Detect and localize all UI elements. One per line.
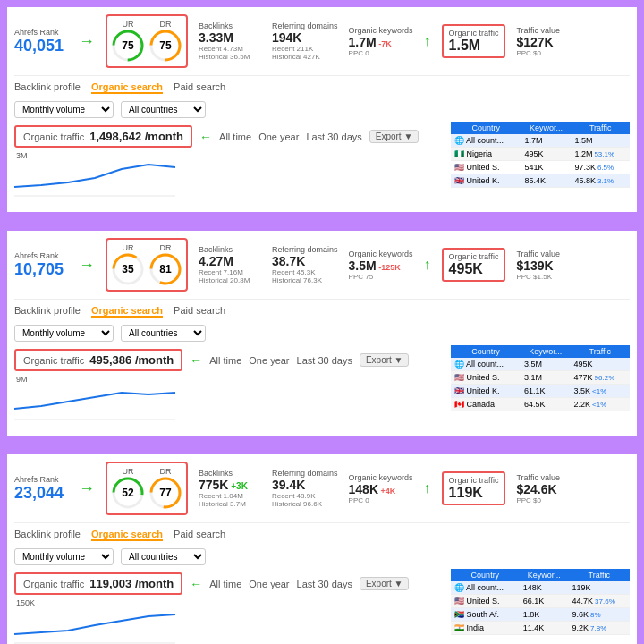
dr-gauge: 81 [148, 252, 182, 286]
tab-1[interactable]: Organic search [91, 305, 163, 318]
time-one-year[interactable]: One year [258, 131, 299, 142]
tab-0[interactable]: Backlink profile [14, 305, 80, 318]
monthly-volume-select[interactable]: Monthly volume [14, 325, 114, 342]
filter-row: Monthly volume All countries [14, 97, 630, 122]
chart-y-label: 9M [16, 375, 28, 384]
ur-dr-box: UR 75 DR 75 [106, 14, 188, 68]
bottom-section: Organic traffic 1,498,642 /month ← All t… [14, 122, 630, 205]
tab-0[interactable]: Backlink profile [14, 81, 80, 94]
traffic-cell: 97.3K6.5% [571, 161, 630, 174]
country-cell: 🌐 All count... [451, 358, 521, 371]
rd-label: Referring domains [272, 245, 338, 254]
mini-chart: 9M [14, 375, 444, 428]
export-button[interactable]: Export ▼ [360, 353, 410, 367]
ahrefs-rank-label: Ahrefs Rank [14, 475, 68, 484]
countries-select[interactable]: All countries [121, 101, 206, 118]
monthly-volume-select[interactable]: Monthly volume [14, 548, 114, 565]
rd-historical: Historical 427K [272, 53, 338, 61]
time-last-30[interactable]: Last 30 days [306, 131, 361, 142]
dr-value: 81 [159, 263, 171, 275]
export-button[interactable]: Export ▼ [369, 130, 419, 143]
backlinks-label: Backlinks [199, 245, 261, 254]
traffic-value-block: Traffic value $139K PPC $1.5K [516, 250, 560, 281]
rd-recent: Recent 45.3K [272, 268, 338, 276]
table-row: 🌐 All count...1.7M1.5M [451, 134, 630, 148]
time-one-year[interactable]: One year [249, 579, 289, 589]
arrow-left-green-icon: ← [199, 130, 212, 144]
country-cell: 🇬🇧 United K. [451, 174, 521, 188]
ok-value: 148K +4K [349, 482, 413, 496]
traffic-cell: 9.2K7.8% [569, 622, 630, 635]
table-header: Country [451, 345, 521, 358]
ahrefs-rank-value: 23,044 [14, 484, 68, 503]
organic-traffic-row: Organic traffic 1,498,642 /month ← All t… [14, 122, 444, 151]
table-row: 🇺🇸 United S.541K97.3K6.5% [451, 161, 630, 174]
keywords-cell: 3.5M [521, 358, 571, 371]
time-links: All time One year Last 30 days [209, 355, 352, 366]
time-all[interactable]: All time [219, 131, 251, 142]
traffic-cell: 1.5M [571, 134, 630, 148]
tab-1[interactable]: Organic search [91, 81, 163, 94]
bottom-section: Organic traffic 495,386 /month ← All tim… [14, 345, 630, 428]
traffic-pct: 3.1% [597, 177, 614, 185]
ot-main-label: Organic traffic [23, 131, 84, 142]
table-row: 🇿🇦 South Af.1.8K9.6K8% [451, 608, 630, 622]
country-table: CountryKeywor...Traffic🌐 All count...1.7… [451, 122, 630, 205]
rd-recent: Recent 48.9K [272, 492, 338, 500]
country-cell: 🌐 All count... [451, 134, 521, 148]
time-last-30[interactable]: Last 30 days [297, 355, 352, 366]
left-column: Organic traffic 119,003 /month ← All tim… [14, 569, 444, 644]
traffic-pct: 7.8% [590, 624, 606, 632]
export-button[interactable]: Export ▼ [360, 577, 410, 590]
time-last-30[interactable]: Last 30 days [297, 579, 352, 589]
organic-traffic-highlight-box: Organic traffic 495K [442, 248, 506, 282]
table-row: 🇬🇧 United K.85.4K45.8K3.1% [451, 174, 630, 188]
tab-2[interactable]: Paid search [174, 305, 225, 318]
traffic-cell: 2.2K<1% [571, 398, 630, 411]
ok-ppc: PPC 0 [349, 496, 413, 504]
countries-select[interactable]: All countries [121, 325, 206, 342]
keywords-cell: 495K [521, 148, 571, 161]
country-cell: 🌐 All count... [451, 581, 520, 595]
backlinks-value: 3.33M [199, 30, 261, 45]
mini-chart: 3M [14, 151, 444, 205]
tv-label: Traffic value [516, 473, 560, 482]
dr-gauge: 77 [148, 476, 182, 510]
time-one-year[interactable]: One year [249, 355, 289, 366]
backlinks-historical: Historical 3.7M [199, 500, 261, 508]
tv-value: $127K [516, 35, 560, 49]
time-all[interactable]: All time [209, 579, 242, 589]
ur-dr-box: UR 35 DR 81 [106, 238, 188, 292]
traffic-value-block: Traffic value $24.6K PPC $0 [516, 473, 560, 504]
backlinks-recent: Recent 1.04M [199, 492, 261, 500]
table-header: Traffic [569, 569, 630, 581]
arrow-up-icon: ↑ [424, 480, 431, 496]
dr-value: 77 [159, 487, 171, 499]
traffic-pct: <1% [592, 401, 606, 409]
ur-value: 75 [122, 39, 133, 52]
tab-1[interactable]: Organic search [91, 529, 163, 541]
chart-y-label: 150K [16, 598, 35, 607]
dr-value: 75 [159, 39, 171, 52]
table-row: 🌐 All count...148K119K [451, 581, 630, 595]
traffic-cell: 44.7K37.6% [569, 595, 630, 608]
dr-gauge: 75 [148, 29, 182, 63]
tab-2[interactable]: Paid search [174, 529, 225, 541]
table-header: Keywor... [521, 122, 571, 134]
tab-2[interactable]: Paid search [174, 81, 225, 94]
country-cell: 🇿🇦 South Af. [451, 608, 520, 622]
arrow-icon: → [79, 32, 95, 51]
country-cell: 🇳🇬 Nigeria [451, 148, 521, 161]
monthly-volume-select[interactable]: Monthly volume [14, 101, 114, 118]
card-card2: Ahrefs Rank 10,705→ UR 35 DR 81 Backlink… [5, 229, 639, 437]
time-all[interactable]: All time [209, 355, 242, 366]
countries-select[interactable]: All countries [121, 548, 206, 565]
table-header: Country [451, 122, 521, 134]
organic-traffic-main-box: Organic traffic 119,003 /month [14, 572, 182, 595]
country-data-table: CountryKeywor...Traffic🌐 All count...1.7… [451, 122, 630, 188]
organic-keywords-block: Organic keywords 3.5M -125K PPC 75 [349, 250, 413, 281]
table-header: Traffic [571, 345, 630, 358]
tab-0[interactable]: Backlink profile [14, 529, 80, 541]
arrow-left-green-icon: ← [190, 577, 202, 591]
rd-value: 39.4K [272, 478, 338, 492]
